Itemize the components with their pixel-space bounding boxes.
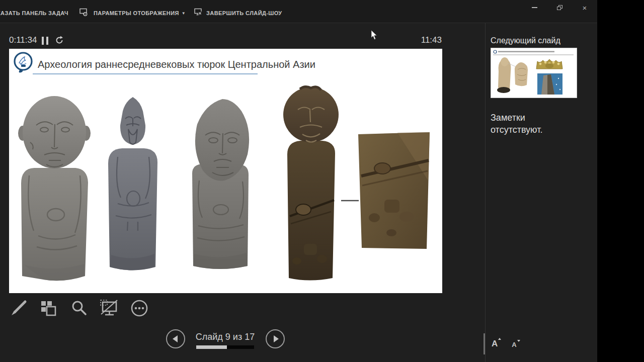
close-button[interactable]: ×: [578, 2, 591, 13]
pause-timer-button[interactable]: [42, 37, 51, 45]
window-controls: ×: [528, 0, 591, 15]
statue-grey-round-head: [18, 96, 91, 281]
pen-icon: [10, 300, 27, 317]
presenter-view-window: КАЗАТЬ ПАНЕЛЬ ЗАДАЧ ПАРАМЕТРЫ ОТОБРАЖЕНИ…: [0, 0, 597, 362]
arrow-right-icon: [274, 335, 279, 342]
slide-counter: Слайд 9 из 17: [194, 332, 257, 342]
end-slideshow-button[interactable]: ЗАВЕРШИТЬ СЛАЙД-ШОУ: [206, 10, 282, 16]
more-options-button[interactable]: [130, 299, 149, 318]
previous-slide-button[interactable]: [166, 329, 185, 348]
see-all-slides-button[interactable]: [39, 299, 58, 318]
annotation-toolbar: [9, 298, 149, 319]
pause-icon: [42, 37, 44, 45]
arrow-left-icon: [173, 335, 178, 342]
minimize-icon: [532, 7, 537, 8]
statue-dark-stele-figure: [283, 86, 339, 280]
zoom-slide-button[interactable]: [69, 299, 89, 318]
blank-screen-icon: [100, 299, 119, 317]
slideshow-progress-bar: [196, 345, 254, 349]
restore-icon: [557, 5, 562, 10]
statue-fragment-brown: [358, 132, 430, 249]
slide-sorter-icon: [41, 300, 57, 316]
magnifier-icon: [70, 300, 88, 317]
decrease-font-button[interactable]: A: [509, 339, 519, 350]
panel-divider: [485, 23, 486, 362]
minimize-button[interactable]: [528, 2, 541, 13]
close-icon: ×: [583, 4, 587, 12]
statue-grey-pointed-cap: [108, 97, 157, 270]
next-slide-header: Следующий слайд: [491, 36, 560, 45]
elapsed-timer: 0:11:34: [9, 35, 37, 45]
notes-font-controls: A A: [489, 338, 520, 350]
show-taskbar-button[interactable]: КАЗАТЬ ПАНЕЛЬ ЗАДАЧ: [0, 10, 68, 16]
speaker-notes: Заметки отсутствуют.: [491, 112, 566, 136]
pause-icon: [46, 37, 48, 45]
current-slide[interactable]: Археология раннесредневековых тюрок Цент…: [9, 49, 442, 293]
current-time: 11:43: [412, 35, 442, 45]
display-options-button[interactable]: ПАРАМЕТРЫ ОТОБРАЖЕНИЯ▼: [94, 10, 186, 16]
panel-scrollbar[interactable]: [484, 333, 485, 354]
end-slideshow-icon: [194, 8, 203, 17]
caret-up-icon: [498, 338, 501, 340]
mouse-cursor: [371, 30, 378, 40]
black-screen-button[interactable]: [100, 299, 119, 318]
increase-font-button[interactable]: A: [489, 338, 501, 350]
next-slide-button[interactable]: [266, 329, 285, 348]
statue-grey-bearded: [192, 99, 249, 269]
slide-content-statue-photos: [9, 49, 442, 293]
display-options-icon: [79, 8, 88, 17]
next-slide-thumbnail[interactable]: [491, 48, 577, 98]
caret-down-icon: [517, 340, 520, 342]
restart-timer-button[interactable]: [55, 36, 64, 45]
restore-button[interactable]: [553, 2, 566, 13]
next-slide-preview: [491, 48, 577, 98]
chevron-down-icon: ▼: [182, 11, 186, 16]
presenter-toolbar: КАЗАТЬ ПАНЕЛЬ ЗАДАЧ ПАРАМЕТРЫ ОТОБРАЖЕНИ…: [0, 0, 597, 23]
ellipsis-icon: [131, 300, 148, 317]
pen-tool-button[interactable]: [9, 299, 28, 318]
